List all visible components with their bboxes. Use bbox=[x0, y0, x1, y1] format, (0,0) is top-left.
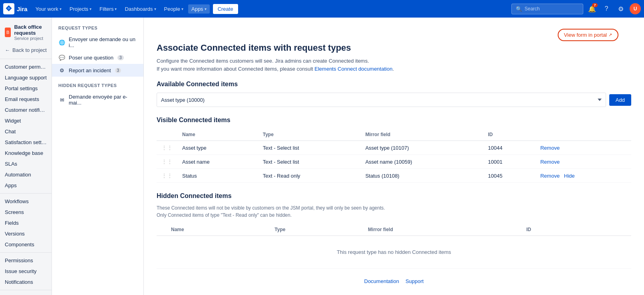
sidebar: B Back office requests Service project ←… bbox=[0, 18, 52, 295]
search-box[interactable]: 🔍 Search bbox=[511, 4, 583, 14]
remove-link-1[interactable]: Remove bbox=[540, 145, 559, 151]
add-button[interactable]: Add bbox=[609, 94, 631, 106]
sidebar-item-apps[interactable]: Apps bbox=[0, 180, 52, 191]
sidebar-item-language-support[interactable]: Language support bbox=[0, 72, 52, 83]
sidebar-item-permissions[interactable]: Permissions bbox=[0, 255, 52, 266]
sidebar-item-screens[interactable]: Screens bbox=[0, 207, 52, 218]
search-icon: 🔍 bbox=[516, 6, 522, 12]
sidebar-item-notifications[interactable]: Notifications bbox=[0, 277, 52, 287]
sidebar-item-components[interactable]: Components bbox=[0, 239, 52, 250]
drag-handle[interactable]: ⋮⋮ bbox=[161, 158, 173, 165]
hidden-type-col: Type bbox=[270, 224, 363, 236]
project-name: Back office requests bbox=[14, 24, 47, 36]
sidebar-item-satisfaction-settings[interactable]: Satisfaction settings bbox=[0, 137, 52, 148]
hide-link-3[interactable]: Hide bbox=[564, 173, 575, 179]
drag-col-header bbox=[157, 129, 177, 141]
back-icon: ← bbox=[5, 47, 10, 53]
drag-handle[interactable]: ⋮⋮ bbox=[161, 172, 173, 179]
nav-people[interactable]: People▾ bbox=[161, 4, 187, 14]
id-col-header: ID bbox=[483, 129, 536, 141]
asset-type-dropdown[interactable]: Asset type (10000) bbox=[157, 93, 606, 107]
user-avatar[interactable]: U bbox=[630, 3, 641, 14]
notification-bell[interactable]: 🔔 7 bbox=[586, 3, 598, 14]
request-types-panel: REQUEST TYPES 🌐 Envoyer une demande ou u… bbox=[52, 18, 144, 295]
view-form-portal-button[interactable]: View form in portal ↗ bbox=[558, 29, 618, 41]
topnav-right: 🔍 Search 🔔 7 ? ⚙ U bbox=[511, 3, 641, 14]
sidebar-item-fields[interactable]: Fields bbox=[0, 218, 52, 228]
remove-link-2[interactable]: Remove bbox=[540, 159, 559, 165]
nav-filters[interactable]: Filters▾ bbox=[96, 4, 120, 14]
empty-state-message: This request type has no hidden Connecte… bbox=[161, 240, 626, 265]
row-type: Text - Select list bbox=[258, 155, 361, 169]
hidden-request-types-label: HIDDEN REQUEST TYPES bbox=[52, 81, 143, 91]
row-mirror: Asset name (10059) bbox=[360, 155, 483, 169]
right-content-panel: View form in portal ↗ Associate Connecte… bbox=[144, 18, 644, 295]
hidden-mirror-col: Mirror field bbox=[363, 224, 521, 236]
wrench-icon: ⚙ bbox=[58, 67, 66, 74]
search-placeholder: Search bbox=[525, 6, 540, 12]
row-name: Asset name bbox=[177, 155, 258, 169]
help-button[interactable]: ? bbox=[601, 3, 612, 14]
external-link-icon: ↗ bbox=[608, 32, 612, 38]
back-to-project-link[interactable]: ← Back to project bbox=[0, 44, 52, 56]
drag-handle[interactable]: ⋮⋮ bbox=[161, 145, 173, 151]
visible-connected-items-table: Name Type Mirror field ID ⋮⋮ Asset type … bbox=[157, 129, 631, 183]
top-navigation: Jira Your work▾ Projects▾ Filters▾ Dashb… bbox=[0, 0, 644, 18]
settings-button[interactable]: ⚙ bbox=[615, 3, 626, 14]
req-type-report-incident[interactable]: ⚙ Report an incident 3 bbox=[52, 64, 143, 77]
add-connected-item-row: Asset type (10000) Add bbox=[157, 93, 631, 107]
project-info: B Back office requests Service project bbox=[0, 21, 52, 44]
main-layout: B Back office requests Service project ←… bbox=[0, 18, 644, 295]
table-row: ⋮⋮ Asset type Text - Select list Asset t… bbox=[157, 141, 631, 155]
sidebar-item-email-requests[interactable]: Email requests bbox=[0, 94, 52, 105]
row-mirror: Status (10108) bbox=[360, 169, 483, 183]
request-types-section-label: REQUEST TYPES bbox=[52, 24, 143, 34]
sidebar-item-issue-collectors[interactable]: Issue collectors bbox=[0, 293, 52, 295]
hidden-drag-col bbox=[157, 224, 166, 236]
sidebar-item-customer-notifications[interactable]: Customer notifications bbox=[0, 105, 52, 115]
visible-table-header: Name Type Mirror field ID bbox=[157, 129, 631, 141]
hidden-actions-col bbox=[587, 224, 631, 236]
top-bar: View form in portal ↗ bbox=[157, 27, 631, 43]
req-type-demande-email[interactable]: ✉ Demande envoyée par e-mai... bbox=[52, 91, 143, 109]
row-id: 10001 bbox=[483, 155, 536, 169]
nav-projects[interactable]: Projects▾ bbox=[66, 4, 95, 14]
remove-link-3[interactable]: Remove bbox=[540, 173, 559, 179]
sidebar-item-chat[interactable]: Chat bbox=[0, 126, 52, 137]
page-title: Associate Connected items with request t… bbox=[157, 43, 631, 53]
globe-icon: 🌐 bbox=[58, 39, 66, 46]
sidebar-item-customer-permissions[interactable]: Customer permissions bbox=[0, 61, 52, 72]
row-name: Status bbox=[177, 169, 258, 183]
mirror-col-header: Mirror field bbox=[360, 129, 483, 141]
sidebar-item-portal-settings[interactable]: Portal settings bbox=[0, 83, 52, 94]
settings-icon: ⚙ bbox=[618, 5, 624, 13]
jira-wordmark: Jira bbox=[17, 6, 28, 12]
jira-logo[interactable]: Jira bbox=[3, 3, 28, 14]
main-content-area: REQUEST TYPES 🌐 Envoyer une demande ou u… bbox=[52, 18, 644, 295]
available-connected-items-title: Available Connected items bbox=[157, 81, 631, 88]
sidebar-item-slas[interactable]: SLAs bbox=[0, 158, 52, 169]
sidebar-item-issue-security[interactable]: Issue security bbox=[0, 266, 52, 277]
elements-connect-link[interactable]: Elements Connect documentation bbox=[314, 66, 392, 72]
hidden-id-col: ID bbox=[521, 224, 587, 236]
name-col-header: Name bbox=[177, 129, 258, 141]
nav-dashboards[interactable]: Dashboards▾ bbox=[121, 4, 159, 14]
table-row: ⋮⋮ Status Text - Read only Status (10108… bbox=[157, 169, 631, 183]
sidebar-item-knowledge-base[interactable]: Knowledge base bbox=[0, 148, 52, 158]
req-type-poser[interactable]: 💬 Poser une question 3 bbox=[52, 51, 143, 64]
documentation-link[interactable]: Documentation bbox=[364, 278, 399, 284]
row-type: Text - Select list bbox=[258, 141, 361, 155]
sidebar-item-widget[interactable]: Widget bbox=[0, 115, 52, 126]
sidebar-item-automation[interactable]: Automation bbox=[0, 169, 52, 180]
sidebar-item-versions[interactable]: Versions bbox=[0, 228, 52, 239]
support-link[interactable]: Support bbox=[405, 278, 424, 284]
nav-your-work[interactable]: Your work▾ bbox=[32, 4, 65, 14]
table-row: ⋮⋮ Asset name Text - Select list Asset n… bbox=[157, 155, 631, 169]
row-id: 10045 bbox=[483, 169, 536, 183]
sidebar-item-workflows[interactable]: Workflows bbox=[0, 196, 52, 207]
hidden-name-col: Name bbox=[166, 224, 270, 236]
req-type-envoyer[interactable]: 🌐 Envoyer une demande ou un i... bbox=[52, 34, 143, 51]
hidden-empty-row: This request type has no hidden Connecte… bbox=[157, 236, 631, 269]
create-button[interactable]: Create bbox=[213, 4, 238, 14]
nav-apps[interactable]: Apps▾ bbox=[188, 4, 210, 14]
